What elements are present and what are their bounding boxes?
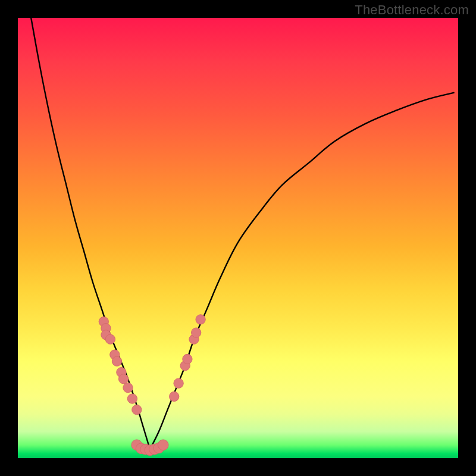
watermark-text: TheBottleneck.com — [355, 2, 469, 18]
marker-3 — [105, 334, 115, 344]
marker-19 — [174, 378, 183, 388]
curve-right-branch — [150, 93, 454, 449]
marker-9 — [127, 394, 137, 403]
plot-area — [18, 18, 458, 458]
marker-23 — [192, 328, 201, 337]
data-markers — [99, 315, 205, 456]
marker-10 — [132, 405, 142, 414]
curve-left-branch — [31, 18, 150, 449]
marker-21 — [183, 354, 192, 364]
chart-frame: TheBottleneck.com — [0, 0, 476, 476]
marker-17 — [158, 440, 168, 450]
chart-svg — [18, 18, 458, 458]
marker-24 — [196, 315, 205, 324]
marker-7 — [118, 374, 128, 384]
marker-8 — [123, 383, 133, 392]
marker-5 — [112, 356, 121, 366]
marker-18 — [170, 392, 179, 401]
bottleneck-curves — [31, 18, 453, 449]
